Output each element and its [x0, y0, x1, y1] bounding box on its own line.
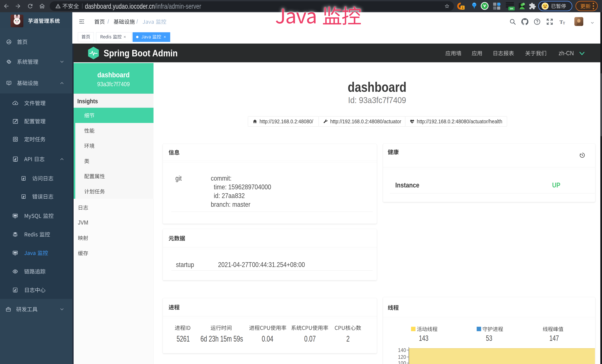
- svg-text:on: on: [510, 7, 513, 10]
- svg-text:1: 1: [462, 6, 463, 10]
- svg-text:T: T: [559, 19, 563, 25]
- svg-text:T: T: [563, 21, 565, 25]
